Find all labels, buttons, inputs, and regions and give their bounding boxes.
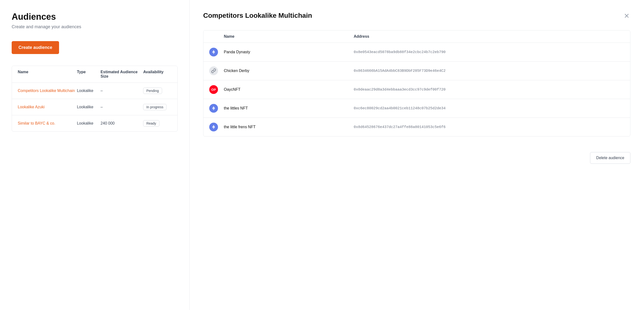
right-panel: Competitors Lookalike Multichain ✕ Name … (190, 0, 644, 310)
audience-status-cell: Ready (143, 120, 172, 126)
col-header-name: Name (18, 70, 77, 79)
audience-type-cell: Lookalike (77, 121, 100, 125)
detail-col-header-name: Name (224, 34, 354, 39)
list-item: Chicken Derby 0x8634666bA15AdA4bbC83B9Db… (204, 62, 630, 80)
status-badge: Ready (143, 120, 159, 126)
audience-type-cell: Lookalike (77, 89, 100, 93)
nft-address: 0x8e0543eacd5078ba9db88f34e2cbc24b7c2eb7… (354, 50, 624, 54)
detail-footer: Delete audience (203, 148, 630, 164)
page-layout: Audiences Create and manage your audienc… (0, 0, 644, 310)
nft-icon-cell (209, 48, 224, 56)
nft-address: 0x8634666bA15AdA4bbC83B9DbF285F73D9e46e4… (354, 69, 624, 73)
audience-link-competitors[interactable]: Competitors Lookalike Multichain (18, 89, 75, 93)
col-header-availability: Availability (143, 70, 172, 79)
audience-status-cell: Pending (143, 88, 172, 94)
detail-table-header: Name Address (204, 30, 630, 43)
audience-size-cell: – (100, 105, 143, 109)
nft-name: the littles NFT (224, 106, 354, 110)
audience-name-cell: Competitors Lookalike Multichain (18, 89, 77, 93)
eth-icon (209, 104, 218, 113)
detail-header: Competitors Lookalike Multichain ✕ (203, 12, 630, 21)
op-icon: OP (209, 85, 218, 94)
list-item: the littles NFT 0xc6ec80029cd2aa4b0021ce… (204, 99, 630, 118)
eth-icon (209, 48, 218, 56)
list-item: OP OaycNFT 0x0deaac29d8a3d4ebbaaa3ecd3cc… (204, 80, 630, 99)
list-item: the little frens NFT 0x8d64528676e437dc2… (204, 118, 630, 136)
status-badge: Pending (143, 88, 162, 94)
col-header-type: Type (77, 70, 100, 79)
audience-status-cell: In progress (143, 104, 172, 110)
delete-audience-button[interactable]: Delete audience (590, 152, 630, 164)
detail-title: Competitors Lookalike Multichain (203, 12, 312, 20)
col-header-size: Estimated Audience Size (100, 70, 143, 79)
detail-col-header-icon (209, 34, 224, 39)
nft-name: the little frens NFT (224, 125, 354, 129)
table-row: Lookalike Azuki Lookalike – In progress (12, 99, 178, 115)
audience-link-bayc[interactable]: Similar to BAYC & co. (18, 121, 55, 125)
ethereum-icon (211, 125, 216, 129)
close-button[interactable]: ✕ (623, 12, 630, 21)
link-icon (211, 68, 216, 73)
audience-size-cell: 240 000 (100, 121, 143, 125)
nft-icon-cell (209, 123, 224, 131)
detail-col-header-address: Address (354, 34, 624, 39)
status-badge: In progress (143, 104, 166, 110)
audience-size-cell: – (100, 89, 143, 93)
nft-name: Chicken Derby (224, 69, 354, 73)
chain-icon (209, 66, 218, 75)
list-item: Panda Dynasty 0x8e0543eacd5078ba9db88f34… (204, 43, 630, 62)
nft-address: 0x0deaac29d8a3d4ebbaaa3ecd3cc97c9def00f7… (354, 88, 624, 92)
left-panel: Audiences Create and manage your audienc… (0, 0, 190, 310)
table-row: Competitors Lookalike Multichain Lookali… (12, 83, 178, 99)
audience-name-cell: Similar to BAYC & co. (18, 121, 77, 125)
nft-icon-cell (209, 104, 224, 113)
table-row: Similar to BAYC & co. Lookalike 240 000 … (12, 115, 178, 131)
audience-table: Name Type Estimated Audience Size Availa… (12, 66, 178, 132)
nft-address: 0xc6ec80029cd2aa4b0021ceb11248c07b25d2de… (354, 106, 624, 110)
ethereum-icon (211, 50, 216, 55)
eth-icon (209, 123, 218, 131)
detail-table: Name Address Panda Dynasty 0x8e0543eacd5… (203, 30, 630, 136)
nft-name: OaycNFT (224, 87, 354, 92)
nft-address: 0x8d64528676e437dc27a4ffe88a80141053c5e6… (354, 125, 624, 129)
audience-name-cell: Lookalike Azuki (18, 105, 77, 109)
page-subtitle: Create and manage your audiences (12, 24, 178, 30)
audience-link-azuki[interactable]: Lookalike Azuki (18, 105, 44, 109)
table-header-row: Name Type Estimated Audience Size Availa… (12, 66, 178, 83)
nft-name: Panda Dynasty (224, 50, 354, 54)
create-audience-button[interactable]: Create audience (12, 41, 59, 54)
ethereum-icon (211, 106, 216, 111)
page-title: Audiences (12, 12, 178, 22)
audience-type-cell: Lookalike (77, 105, 100, 109)
nft-icon-cell: OP (209, 85, 224, 94)
nft-icon-cell (209, 66, 224, 75)
